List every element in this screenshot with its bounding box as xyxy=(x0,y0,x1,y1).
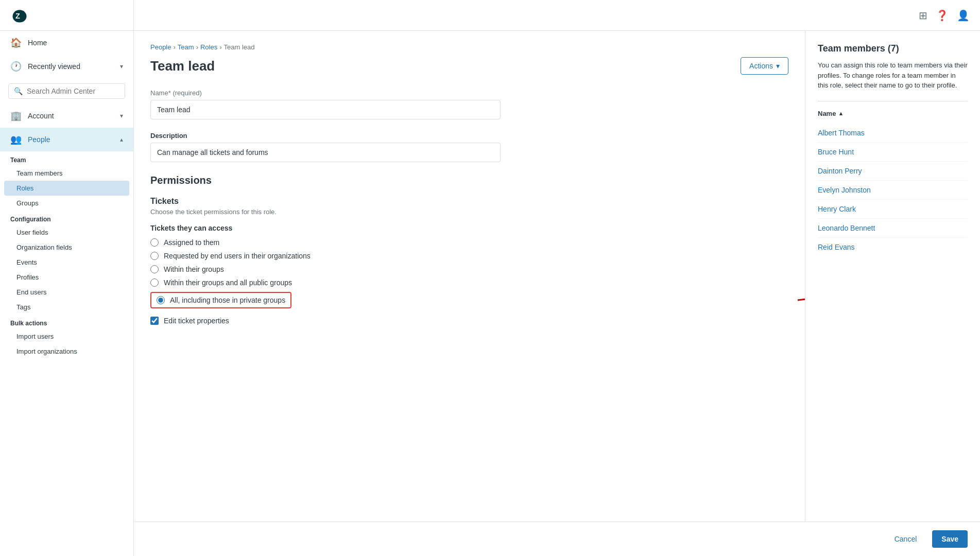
sidebar-item-end-users[interactable]: End users xyxy=(0,285,133,300)
save-button[interactable]: Save xyxy=(932,530,968,548)
user-fields-label: User fields xyxy=(16,229,48,236)
sort-asc-icon: ▲ xyxy=(838,110,844,116)
panel-title: Team members (7) xyxy=(818,43,968,54)
member-item[interactable]: Leonardo Bennett xyxy=(818,219,968,238)
sidebar-item-import-users[interactable]: Import users xyxy=(0,329,133,344)
tickets-title: Tickets xyxy=(150,197,788,206)
edit-ticket-label: Edit ticket properties xyxy=(164,317,229,325)
search-icon: 🔍 xyxy=(14,87,23,95)
home-icon: 🏠 xyxy=(10,37,22,48)
zendesk-logo-icon: Z xyxy=(10,6,29,25)
radio-within-all-groups[interactable]: Within their groups and all public group… xyxy=(150,279,788,287)
sidebar-item-events[interactable]: Events xyxy=(0,255,133,270)
radio-within-groups-label: Within their groups xyxy=(164,265,224,273)
breadcrumb-people[interactable]: People xyxy=(150,43,171,51)
recently-viewed-label: Recently viewed xyxy=(28,62,80,71)
profiles-label: Profiles xyxy=(16,273,39,281)
breadcrumb-current: Team lead xyxy=(224,43,255,51)
breadcrumb-sep-1: › xyxy=(173,43,175,51)
sidebar-item-home-label: Home xyxy=(28,39,47,47)
radio-assigned[interactable]: Assigned to them xyxy=(150,238,788,247)
description-field-input[interactable] xyxy=(150,143,501,162)
actions-chevron-icon: ▾ xyxy=(776,62,780,70)
edit-ticket-checkbox[interactable]: Edit ticket properties xyxy=(150,317,788,325)
sidebar-item-team-members[interactable]: Team members xyxy=(0,166,133,181)
member-item[interactable]: Bruce Hunt xyxy=(818,143,968,162)
radio-requested-input[interactable] xyxy=(150,252,159,260)
top-bar: ⊞ ❓ 👤 xyxy=(134,0,980,31)
sidebar-item-groups[interactable]: Groups xyxy=(0,196,133,211)
member-item[interactable]: Dainton Perry xyxy=(818,162,968,181)
radio-all-private-wrapper: All, including those in private groups xyxy=(150,292,788,308)
organization-fields-label: Organization fields xyxy=(16,244,72,251)
team-section-label: Team xyxy=(0,151,133,166)
radio-requested[interactable]: Requested by end users in their organiza… xyxy=(150,252,788,260)
sidebar-item-home[interactable]: 🏠 Home xyxy=(0,31,133,55)
description-field-section: Description xyxy=(150,132,788,162)
search-input[interactable] xyxy=(27,87,119,95)
radio-within-groups-input[interactable] xyxy=(150,265,159,273)
clock-icon: 🕐 xyxy=(10,61,22,72)
actions-button[interactable]: Actions ▾ xyxy=(741,57,788,75)
name-field-section: Name* (required) xyxy=(150,89,788,119)
svg-text:Z: Z xyxy=(15,12,20,20)
sidebar-item-user-fields[interactable]: User fields xyxy=(0,225,133,240)
member-item[interactable]: Reid Evans xyxy=(818,238,968,256)
main-area: ⊞ ❓ 👤 People › Team › Roles › Team lead … xyxy=(134,0,980,556)
breadcrumb-team[interactable]: Team xyxy=(178,43,194,51)
member-item[interactable]: Evelyn Johnston xyxy=(818,181,968,200)
panel-divider xyxy=(818,101,968,101)
sidebar-logo: Z xyxy=(0,0,133,31)
main-content: People › Team › Roles › Team lead Team l… xyxy=(134,31,805,522)
grid-icon[interactable]: ⊞ xyxy=(919,9,927,22)
breadcrumb: People › Team › Roles › Team lead xyxy=(150,43,788,51)
name-field-input[interactable] xyxy=(150,100,501,119)
cancel-button[interactable]: Cancel xyxy=(885,530,926,548)
tickets-section: Tickets Choose the ticket permissions fo… xyxy=(150,197,788,325)
team-members-label: Team members xyxy=(16,169,63,177)
panel-desc: You can assign this role to team members… xyxy=(818,60,968,91)
radio-within-groups[interactable]: Within their groups xyxy=(150,265,788,273)
radio-assigned-label: Assigned to them xyxy=(164,238,219,247)
name-field-label: Name* (required) xyxy=(150,89,788,97)
edit-ticket-checkbox-input[interactable] xyxy=(150,317,159,325)
radio-all-private-input[interactable] xyxy=(157,296,165,304)
right-panel: Team members (7) You can assign this rol… xyxy=(805,31,980,522)
search-box[interactable]: 🔍 xyxy=(8,83,125,99)
sidebar-item-roles[interactable]: Roles xyxy=(4,181,129,196)
tickets-desc: Choose the ticket permissions for this r… xyxy=(150,208,788,216)
radio-all-private[interactable]: All, including those in private groups xyxy=(150,292,291,308)
import-organizations-label: Import organizations xyxy=(16,348,77,355)
radio-within-all-groups-label: Within their groups and all public group… xyxy=(164,279,292,287)
breadcrumb-sep-3: › xyxy=(219,43,221,51)
tickets-access-label: Tickets they can access xyxy=(150,224,788,232)
chevron-down-icon: ▾ xyxy=(120,63,123,70)
help-icon[interactable]: ❓ xyxy=(936,9,949,22)
breadcrumb-sep-2: › xyxy=(196,43,198,51)
events-label: Events xyxy=(16,258,37,266)
member-item[interactable]: Albert Thomas xyxy=(818,124,968,143)
sidebar-item-recently-viewed[interactable]: 🕐 Recently viewed ▾ xyxy=(0,55,133,78)
account-label: Account xyxy=(28,112,54,120)
actions-button-label: Actions xyxy=(749,62,773,70)
sidebar-item-people[interactable]: 👥 People ▴ xyxy=(0,128,133,151)
sidebar-item-account[interactable]: 🏢 Account ▾ xyxy=(0,104,133,128)
sidebar-item-tags[interactable]: Tags xyxy=(0,300,133,315)
people-label: People xyxy=(28,135,50,144)
account-chevron-icon: ▾ xyxy=(120,112,123,119)
tags-label: Tags xyxy=(16,303,30,311)
svg-line-1 xyxy=(798,290,805,300)
building-icon: 🏢 xyxy=(10,110,22,121)
configuration-section-label: Configuration xyxy=(0,211,133,225)
member-item[interactable]: Henry Clark xyxy=(818,200,968,219)
tickets-radio-group: Assigned to them Requested by end users … xyxy=(150,238,788,308)
user-avatar-icon[interactable]: 👤 xyxy=(957,9,970,22)
people-icon: 👥 xyxy=(10,134,22,145)
bottom-bar: Cancel Save xyxy=(134,522,980,556)
sidebar-item-organization-fields[interactable]: Organization fields xyxy=(0,240,133,255)
sidebar-item-import-organizations[interactable]: Import organizations xyxy=(0,344,133,359)
radio-assigned-input[interactable] xyxy=(150,238,159,247)
sidebar-item-profiles[interactable]: Profiles xyxy=(0,270,133,285)
radio-within-all-groups-input[interactable] xyxy=(150,279,159,287)
breadcrumb-roles[interactable]: Roles xyxy=(200,43,217,51)
